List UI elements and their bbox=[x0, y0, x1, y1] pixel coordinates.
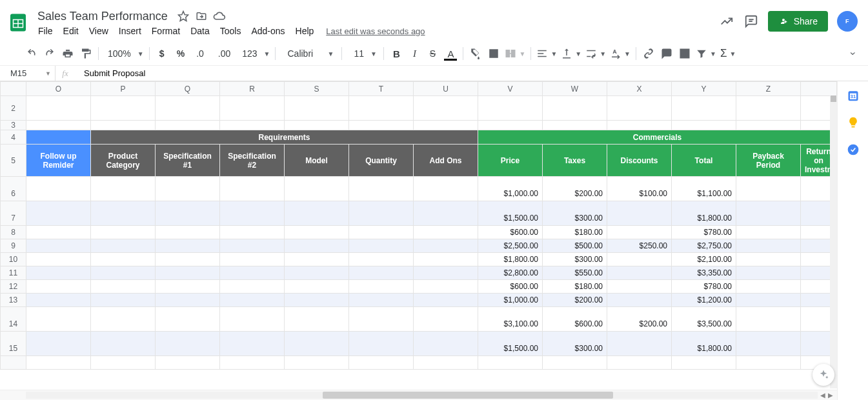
text-wrap-button[interactable]: ▼ bbox=[584, 45, 607, 62]
cell[interactable]: $600.00 bbox=[478, 226, 543, 239]
cell[interactable] bbox=[414, 96, 478, 121]
cell[interactable] bbox=[414, 177, 478, 201]
calendar-icon[interactable]: 31 bbox=[847, 89, 860, 102]
more-formats-button[interactable]: 123▼ bbox=[237, 45, 271, 62]
cell[interactable] bbox=[607, 266, 672, 280]
cell[interactable] bbox=[349, 356, 414, 370]
col-header[interactable]: V bbox=[478, 82, 543, 96]
cell[interactable] bbox=[156, 226, 220, 239]
cell[interactable] bbox=[349, 332, 414, 356]
row-header[interactable]: 12 bbox=[1, 280, 26, 294]
band-requirements[interactable]: Requirements bbox=[91, 130, 478, 145]
cell[interactable] bbox=[285, 96, 349, 121]
cell[interactable] bbox=[26, 307, 91, 332]
print-button[interactable] bbox=[59, 45, 76, 62]
col-header[interactable]: X bbox=[607, 82, 672, 96]
cell[interactable]: $2,100.00 bbox=[672, 253, 736, 266]
col-header[interactable]: S bbox=[285, 82, 349, 96]
cell[interactable] bbox=[349, 280, 414, 294]
cell[interactable] bbox=[414, 307, 478, 332]
cell[interactable] bbox=[26, 177, 91, 201]
column-header-row[interactable]: O P Q R S T U V W X Y Z bbox=[1, 82, 837, 96]
formula-input[interactable] bbox=[75, 66, 868, 81]
cell[interactable] bbox=[285, 253, 349, 266]
column-subheader[interactable]: Payback Period bbox=[736, 145, 801, 177]
cell[interactable] bbox=[607, 356, 672, 370]
insert-comment-button[interactable] bbox=[658, 45, 675, 62]
cell[interactable] bbox=[220, 226, 285, 239]
col-header[interactable]: W bbox=[543, 82, 607, 96]
column-subheader[interactable]: Quantity bbox=[349, 145, 414, 177]
cell[interactable] bbox=[736, 307, 801, 332]
cell[interactable] bbox=[26, 121, 91, 130]
cell[interactable]: $300.00 bbox=[543, 253, 607, 266]
column-subheader[interactable]: Total bbox=[672, 145, 736, 177]
cell[interactable] bbox=[220, 96, 285, 121]
column-subheader[interactable]: Add Ons bbox=[414, 145, 478, 177]
cell[interactable] bbox=[478, 96, 543, 121]
functions-button[interactable]: Σ▼ bbox=[719, 45, 737, 62]
spreadsheet-grid[interactable]: O P Q R S T U V W X Y Z 234RequirementsC… bbox=[0, 81, 837, 370]
cell[interactable] bbox=[220, 307, 285, 332]
cell[interactable] bbox=[607, 96, 672, 121]
row-header[interactable]: 3 bbox=[1, 121, 26, 130]
cell[interactable]: $1,800.00 bbox=[672, 201, 736, 226]
cloud-status-icon[interactable] bbox=[213, 10, 226, 23]
cell[interactable] bbox=[285, 280, 349, 294]
menu-view[interactable]: View bbox=[85, 23, 113, 39]
cell[interactable] bbox=[91, 356, 156, 370]
cell[interactable] bbox=[349, 201, 414, 226]
col-header[interactable]: Z bbox=[736, 82, 801, 96]
cell[interactable]: $1,500.00 bbox=[478, 332, 543, 356]
col-header[interactable] bbox=[801, 82, 837, 96]
cell[interactable]: $780.00 bbox=[672, 226, 736, 239]
cell[interactable] bbox=[91, 332, 156, 356]
cell[interactable] bbox=[156, 332, 220, 356]
cell[interactable] bbox=[285, 294, 349, 307]
col-header[interactable]: O bbox=[26, 82, 91, 96]
cell[interactable] bbox=[156, 356, 220, 370]
row-header[interactable] bbox=[1, 356, 26, 370]
cell[interactable]: $500.00 bbox=[543, 239, 607, 253]
toolbar-collapse-button[interactable]: › bbox=[845, 45, 862, 62]
cell[interactable]: $200.00 bbox=[607, 307, 672, 332]
cell[interactable] bbox=[91, 266, 156, 280]
row-header[interactable]: 9 bbox=[1, 239, 26, 253]
cell[interactable] bbox=[414, 356, 478, 370]
cell[interactable] bbox=[220, 294, 285, 307]
menu-file[interactable]: File bbox=[34, 23, 57, 39]
cell[interactable]: $200.00 bbox=[543, 177, 607, 201]
cell[interactable] bbox=[156, 177, 220, 201]
menu-insert[interactable]: Insert bbox=[114, 23, 146, 39]
cell[interactable] bbox=[349, 266, 414, 280]
row-header[interactable]: 11 bbox=[1, 266, 26, 280]
col-header[interactable]: U bbox=[414, 82, 478, 96]
text-color-button[interactable]: A bbox=[442, 45, 459, 62]
menu-edit[interactable]: Edit bbox=[59, 23, 83, 39]
cell[interactable] bbox=[414, 121, 478, 130]
cell[interactable] bbox=[543, 121, 607, 130]
cell[interactable] bbox=[607, 294, 672, 307]
menu-tools[interactable]: Tools bbox=[216, 23, 246, 39]
bold-button[interactable]: B bbox=[388, 45, 405, 62]
cell[interactable] bbox=[26, 226, 91, 239]
cell[interactable] bbox=[26, 332, 91, 356]
fill-color-button[interactable] bbox=[467, 45, 484, 62]
cell[interactable]: $550.00 bbox=[543, 266, 607, 280]
cell[interactable] bbox=[543, 96, 607, 121]
cell[interactable] bbox=[349, 253, 414, 266]
cell[interactable]: $1,500.00 bbox=[478, 201, 543, 226]
cell[interactable] bbox=[349, 294, 414, 307]
cell[interactable] bbox=[26, 239, 91, 253]
cell[interactable] bbox=[607, 226, 672, 239]
col-header[interactable]: Q bbox=[156, 82, 220, 96]
row-header[interactable]: 6 bbox=[1, 177, 26, 201]
cell[interactable] bbox=[736, 332, 801, 356]
cell[interactable] bbox=[91, 121, 156, 130]
share-button[interactable]: Share bbox=[768, 11, 828, 32]
cell[interactable]: $780.00 bbox=[672, 280, 736, 294]
cell[interactable]: $600.00 bbox=[478, 280, 543, 294]
select-all-corner[interactable] bbox=[1, 82, 26, 96]
merge-cells-button[interactable]: ▼ bbox=[503, 45, 527, 62]
column-subheader[interactable]: Product Category bbox=[91, 145, 156, 177]
